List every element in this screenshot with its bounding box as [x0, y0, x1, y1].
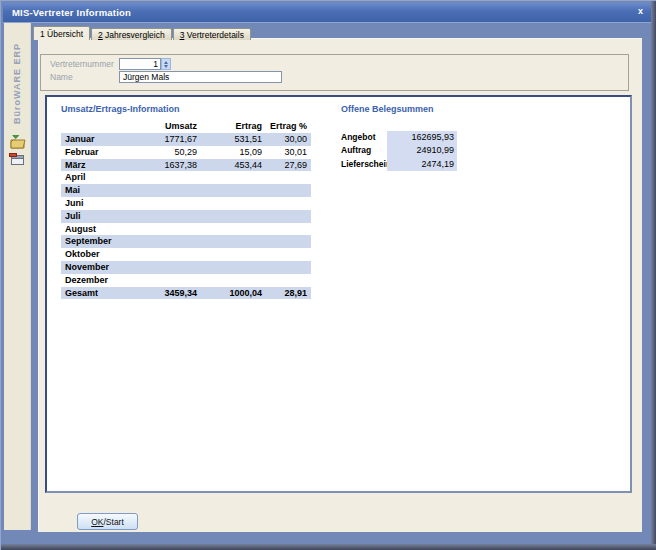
dialog-panel: Vertreternummer Name Umsatz/Ertrags-Info…: [38, 38, 642, 532]
angebot-label: Angebot: [341, 131, 387, 144]
beleg-row-angebot: Angebot 162695,93: [341, 131, 461, 144]
beleg-section: Offene Belegsummen Angebot 162695,93 Auf…: [341, 104, 461, 171]
ok-start-button[interactable]: OK/Start: [77, 513, 138, 530]
month-row: April: [61, 171, 311, 184]
open-folder-icon[interactable]: [9, 135, 26, 149]
tab-jahresvergleich[interactable]: 2 Jahresvergleich: [91, 28, 172, 40]
lieferschein-value: 2474,19: [387, 158, 457, 171]
tab-uebersicht[interactable]: 1 Übersicht: [33, 26, 90, 40]
vertreter-form: Vertreternummer Name: [40, 54, 629, 91]
umsatz-rows: Januar1771,67531,5130,00Februar50,2915,0…: [61, 133, 311, 299]
col-umsatz: Umsatz: [131, 120, 197, 133]
month-row: Januar1771,67531,5130,00: [61, 133, 311, 146]
month-row: Mai: [61, 184, 311, 197]
beleg-section-title: Offene Belegsummen: [341, 104, 461, 114]
spinner-up-icon[interactable]: [164, 61, 168, 64]
col-ertrag-pct: Ertrag %: [262, 120, 307, 133]
lieferschein-label: Lieferschein: [341, 158, 387, 171]
month-row: Oktober: [61, 248, 311, 261]
month-row: Februar50,2915,0930,01: [61, 146, 311, 159]
vertreternummer-row: Vertreternummer: [50, 58, 171, 70]
umsatz-section-title: Umsatz/Ertrags-Information: [61, 104, 311, 114]
vertreternummer-label: Vertreternummer: [50, 59, 119, 69]
window-icon[interactable]: [9, 152, 26, 166]
window-title: MIS-Vertreter Information: [3, 7, 131, 18]
month-row: Juni: [61, 197, 311, 210]
col-ertrag: Ertrag: [197, 120, 262, 133]
month-row: August: [61, 223, 311, 236]
spinner-control[interactable]: [161, 58, 171, 70]
auftrag-label: Auftrag: [341, 144, 387, 157]
beleg-row-lieferschein: Lieferschein 2474,19: [341, 158, 461, 171]
mis-vertreter-window: MIS-Vertreter Information x BüroWARE ERP: [0, 0, 656, 550]
window-border-bottom: [1, 544, 656, 550]
auftrag-value: 24910,99: [387, 144, 457, 157]
sidebar-toolbar: [4, 135, 30, 166]
tab-bar: 1 Übersicht 2 Jahresvergleich 3 Vertrete…: [33, 26, 252, 40]
tab-vertreterdetails[interactable]: 3 Vertreterdetails: [173, 28, 251, 40]
spinner-down-icon[interactable]: [164, 65, 168, 68]
month-row: September: [61, 235, 311, 248]
sidebar: BüroWARE ERP: [4, 23, 31, 530]
month-row: Dezember: [61, 274, 311, 287]
app-brand-vertical: BüroWARE ERP: [4, 33, 30, 133]
close-icon[interactable]: x: [638, 6, 643, 16]
umsatz-section: Umsatz/Ertrags-Information Umsatz Ertrag…: [61, 104, 311, 299]
umsatz-table-header: Umsatz Ertrag Ertrag %: [61, 120, 311, 133]
month-row: Juli: [61, 210, 311, 223]
titlebar[interactable]: MIS-Vertreter Information x: [3, 3, 651, 23]
name-input[interactable]: [119, 71, 282, 83]
vertreternummer-input[interactable]: [119, 58, 161, 70]
beleg-rows: Angebot 162695,93 Auftrag 24910,99 Liefe…: [341, 131, 461, 171]
month-row: März1637,38453,4427,69: [61, 159, 311, 172]
beleg-row-auftrag: Auftrag 24910,99: [341, 144, 461, 157]
window-border-right: [651, 1, 656, 550]
name-label: Name: [50, 72, 119, 82]
total-row: Gesamt3459,341000,0428,91: [61, 287, 311, 300]
report-panel: Umsatz/Ertrags-Information Umsatz Ertrag…: [45, 95, 632, 493]
month-row: November: [61, 261, 311, 274]
angebot-value: 162695,93: [387, 131, 457, 144]
name-row: Name: [50, 71, 282, 83]
